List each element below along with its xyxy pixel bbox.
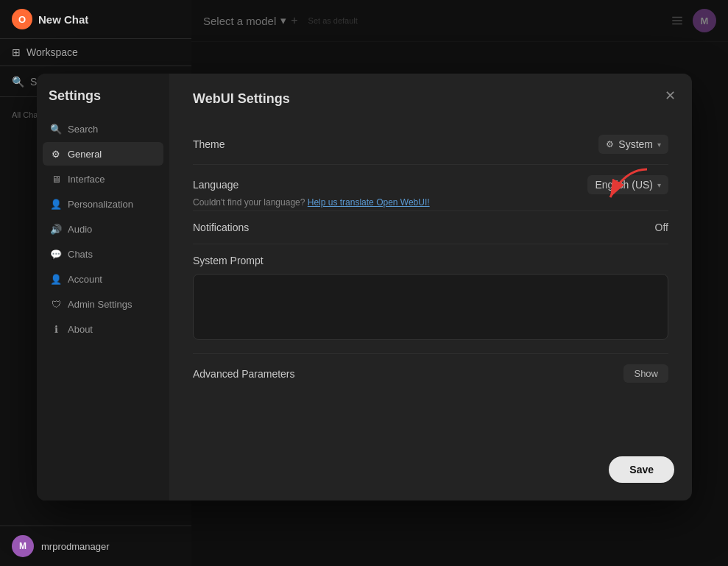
workspace-label: Workspace (26, 46, 78, 58)
workspace-icon: ⊞ (12, 46, 21, 58)
system-prompt-section: System Prompt (193, 244, 668, 353)
modal-nav-about[interactable]: ℹ About (43, 317, 163, 341)
modal-close-button[interactable]: ✕ (660, 85, 680, 106)
sidebar-header: O New Chat (0, 0, 191, 39)
advanced-params-row: Advanced Parameters Show (193, 353, 668, 393)
modal-nav-audio[interactable]: 🔊 Audio (43, 217, 163, 241)
search-icon: 🔍 (50, 123, 62, 135)
modal-main-content: ✕ WebUI Settings Theme ⚙ System ▾ Langua… (169, 74, 692, 500)
theme-gear-icon: ⚙ (606, 139, 614, 149)
system-prompt-label: System Prompt (193, 255, 668, 266)
modal-nav-admin-label: Admin Settings (68, 299, 132, 310)
language-row: Language English (US) ▾ Couldn't find yo… (193, 165, 668, 211)
search-icon: 🔍 (12, 76, 24, 88)
modal-nav-account[interactable]: 👤 Account (43, 267, 163, 291)
person-icon: 👤 (50, 198, 62, 210)
notifications-row: Notifications Off (193, 211, 668, 244)
language-selector[interactable]: English (US) ▾ (587, 175, 668, 194)
account-icon: 👤 (50, 273, 62, 285)
monitor-icon: 🖥 (50, 173, 62, 185)
modal-nav-account-label: Account (68, 274, 102, 285)
language-chevron-icon: ▾ (657, 181, 661, 189)
modal-nav-search-label: Search (68, 124, 98, 135)
user-avatar-small[interactable]: M (12, 535, 34, 557)
modal-nav-chats-label: Chats (68, 249, 93, 260)
advanced-params-show-button[interactable]: Show (623, 364, 668, 383)
chat-icon: 💬 (50, 248, 62, 260)
app-logo: O (12, 9, 32, 29)
settings-modal: Settings 🔍 Search ⚙ General 🖥 Interface … (37, 74, 692, 500)
section-title: WebUI Settings (193, 91, 668, 107)
theme-label: Theme (193, 138, 225, 150)
notifications-value: Off (655, 222, 668, 233)
modal-nav-personalization-label: Personalization (68, 199, 133, 210)
modal-nav-general[interactable]: ⚙ General (43, 142, 163, 166)
gear-icon: ⚙ (50, 148, 62, 160)
sidebar-title: New Chat (38, 13, 88, 26)
modal-nav-search[interactable]: 🔍 Search (43, 117, 163, 141)
modal-nav-personalization[interactable]: 👤 Personalization (43, 192, 163, 216)
speaker-icon: 🔊 (50, 223, 62, 235)
modal-nav-general-label: General (68, 149, 102, 160)
notifications-label: Notifications (193, 222, 249, 233)
language-help-text: Couldn't find your language? Help us tra… (193, 197, 668, 208)
modal-title: Settings (43, 88, 163, 116)
language-main-row: Language English (US) ▾ (193, 175, 668, 194)
save-button[interactable]: Save (609, 456, 674, 483)
workspace-row[interactable]: ⊞ Workspace (0, 39, 191, 66)
info-icon: ℹ (50, 323, 62, 335)
translate-link[interactable]: Help us translate Open WebUI! (308, 197, 430, 208)
username-label: mrprodmanager (41, 541, 110, 552)
modal-nav-about-label: About (68, 324, 93, 335)
theme-chevron-icon: ▾ (657, 141, 661, 149)
language-value: English (US) (595, 179, 653, 191)
system-prompt-textarea[interactable] (193, 274, 668, 340)
modal-nav-interface-label: Interface (68, 174, 105, 185)
modal-nav-chats[interactable]: 💬 Chats (43, 242, 163, 266)
modal-nav-admin[interactable]: 🛡 Admin Settings (43, 292, 163, 316)
shield-icon: 🛡 (50, 298, 62, 310)
advanced-params-label: Advanced Parameters (193, 368, 295, 380)
modal-nav-audio-label: Audio (68, 224, 92, 235)
language-label: Language (193, 179, 238, 191)
theme-value: System (618, 138, 653, 150)
theme-row: Theme ⚙ System ▾ (193, 124, 668, 165)
sidebar-footer: M mrprodmanager (0, 526, 191, 566)
theme-selector[interactable]: ⚙ System ▾ (598, 135, 668, 154)
modal-nav: Settings 🔍 Search ⚙ General 🖥 Interface … (37, 74, 169, 500)
modal-nav-interface[interactable]: 🖥 Interface (43, 167, 163, 191)
